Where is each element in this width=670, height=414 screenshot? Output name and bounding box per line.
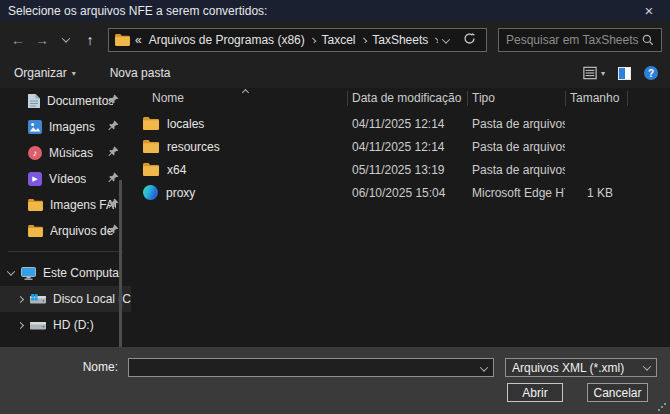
cancel-button[interactable]: Cancelar: [587, 383, 648, 402]
sidebar-item-label: Este Computador: [43, 266, 121, 280]
sidebar-item-label: Imagens FAQ: [50, 198, 116, 212]
chevron-down-icon: [643, 362, 651, 370]
chevron-right-icon[interactable]: [17, 295, 24, 302]
forward-button[interactable]: →: [30, 28, 54, 52]
folder-icon: [115, 34, 130, 46]
change-view-button[interactable]: ▾: [583, 66, 605, 80]
address-dropdown-button[interactable]: [443, 33, 449, 47]
sidebar-item-disco-local-c[interactable]: Disco Local (C:): [0, 286, 131, 312]
up-button[interactable]: ↑: [78, 28, 102, 52]
chevron-down-icon[interactable]: [7, 267, 15, 275]
folder-icon: [143, 117, 159, 130]
new-folder-button[interactable]: Nova pasta: [102, 62, 179, 84]
folder-icon: [28, 225, 43, 237]
filename-combobox[interactable]: [128, 358, 494, 377]
new-folder-label: Nova pasta: [110, 66, 171, 80]
file-row-x64[interactable]: x64 05/11/2025 13:19 Pasta de arquivos: [131, 158, 670, 181]
sidebar-item-imagens[interactable]: Imagens: [0, 114, 131, 140]
breadcrumb-segment-taxsheets[interactable]: TaxSheets: [372, 33, 428, 47]
drive-c-icon: [30, 294, 46, 305]
search-input[interactable]: [506, 33, 642, 47]
pin-icon: [108, 172, 119, 186]
refresh-button[interactable]: [463, 32, 476, 48]
file-list: Nome Data de modificação Tipo Tamanho: [131, 88, 670, 347]
filename-dropdown-button[interactable]: [481, 361, 493, 375]
edge-icon: [143, 185, 158, 200]
command-toolbar: Organizar ▾ Nova pasta ▾ ?: [0, 58, 670, 88]
sidebar-item-label: HD (D:): [53, 318, 94, 332]
column-header-nome[interactable]: Nome: [131, 90, 347, 106]
dialog-title: Selecione os arquivos NFE a serem conver…: [8, 4, 636, 18]
caret-down-icon: ▾: [72, 69, 76, 78]
sidebar-item-musicas[interactable]: ♪ Músicas: [0, 140, 131, 166]
preview-pane-button[interactable]: [618, 67, 631, 80]
filetype-value: Arquivos XML (*.xml): [512, 361, 644, 375]
navigation-pane: Documentos Imagens ♪ Músicas: [0, 88, 131, 347]
navigation-bar: ← → ↑ « Arquivos de Programas (x86) Taxc…: [0, 21, 670, 58]
chevron-down-icon: [62, 34, 70, 42]
column-header-tipo[interactable]: Tipo: [467, 90, 565, 106]
address-bar[interactable]: « Arquivos de Programas (x86) Taxcel Tax…: [108, 28, 487, 52]
file-name: resources: [167, 140, 220, 154]
sidebar-item-documentos[interactable]: Documentos: [0, 88, 131, 114]
breadcrumb-segment-taxcel[interactable]: Taxcel: [321, 33, 355, 47]
sort-ascending-icon: [242, 89, 249, 96]
folder-icon: [143, 163, 159, 176]
footer-bar: Nome: Arquivos XML (*.xml) Abrir Cancela…: [0, 347, 670, 414]
breadcrumb: « Arquivos de Programas (x86) Taxcel Tax…: [135, 33, 438, 47]
filename-input[interactable]: [129, 361, 481, 375]
file-row-proxy[interactable]: proxy 06/10/2025 15:04 Microsoft Edge HT…: [131, 181, 670, 204]
column-headers: Nome Data de modificação Tipo Tamanho: [131, 88, 670, 108]
file-type: Pasta de arquivos: [467, 163, 565, 177]
sidebar-item-imagens-faq[interactable]: Imagens FAQ: [0, 192, 131, 218]
sidebar-item-label: Arquivos de c: [50, 224, 116, 238]
search-icon[interactable]: [642, 34, 654, 46]
main-area: Documentos Imagens ♪ Músicas: [0, 88, 670, 347]
sidebar-item-arquivos-de-c[interactable]: Arquivos de c: [0, 218, 131, 244]
file-type: Pasta de arquivos: [467, 117, 565, 131]
recent-locations-button[interactable]: [54, 28, 78, 52]
file-modified: 06/10/2025 15:04: [347, 186, 467, 200]
sidebar-item-este-computador[interactable]: Este Computador: [0, 260, 131, 286]
help-button[interactable]: ?: [644, 66, 658, 80]
caret-down-icon: ▾: [601, 69, 605, 78]
file-modified: 04/11/2025 12:14: [347, 140, 467, 154]
pictures-icon: [28, 120, 42, 134]
breadcrumb-collapsed[interactable]: «: [135, 33, 142, 47]
document-icon: [28, 94, 40, 108]
sidebar-scrollbar[interactable]: [119, 180, 122, 347]
breadcrumb-segment-programas[interactable]: Arquivos de Programas (x86): [149, 33, 305, 47]
file-type: Microsoft Edge HT...: [467, 186, 565, 200]
filetype-select[interactable]: Arquivos XML (*.xml): [505, 358, 657, 377]
close-icon[interactable]: ×: [636, 1, 662, 20]
file-modified: 04/11/2025 12:14: [347, 117, 467, 131]
file-row-locales[interactable]: locales 04/11/2025 12:14 Pasta de arquiv…: [131, 112, 670, 135]
file-open-dialog: Selecione os arquivos NFE a serem conver…: [0, 0, 670, 414]
back-button[interactable]: ←: [6, 28, 30, 52]
details-view-icon: [583, 66, 597, 80]
search-box[interactable]: [498, 28, 662, 52]
pin-icon: [108, 120, 119, 134]
chevron-right-icon[interactable]: [17, 321, 24, 328]
column-header-data[interactable]: Data de modificação: [347, 90, 467, 106]
sidebar-item-hd-d[interactable]: HD (D:): [0, 312, 131, 338]
music-icon: ♪: [28, 146, 42, 160]
sidebar-item-videos[interactable]: ▶ Vídeos: [0, 166, 131, 192]
videos-icon: ▶: [28, 172, 42, 186]
file-row-resources[interactable]: resources 04/11/2025 12:14 Pasta de arqu…: [131, 135, 670, 158]
sidebar-divider: [8, 251, 123, 252]
file-name: locales: [167, 117, 204, 131]
folder-icon: [143, 140, 159, 153]
drive-d-icon: [30, 320, 46, 331]
resize-grip[interactable]: [658, 402, 667, 411]
title-bar: Selecione os arquivos NFE a serem conver…: [0, 0, 670, 21]
chevron-down-icon: [442, 35, 450, 43]
column-header-tamanho[interactable]: Tamanho: [565, 90, 627, 106]
pin-icon: [108, 224, 119, 238]
chevron-right-icon: [434, 37, 438, 42]
organize-button[interactable]: Organizar ▾: [6, 62, 84, 84]
sidebar-item-label: Documentos: [47, 94, 113, 108]
refresh-icon: [463, 32, 476, 45]
open-button[interactable]: Abrir: [507, 383, 563, 402]
column-separator[interactable]: [627, 91, 628, 106]
